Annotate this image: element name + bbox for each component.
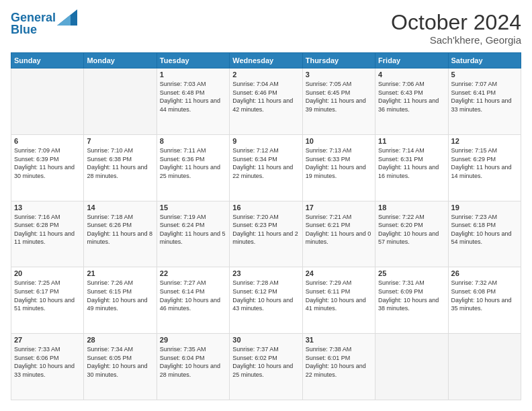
calendar-cell: 5Sunrise: 7:07 AM Sunset: 6:41 PM Daylig… xyxy=(448,68,521,135)
day-info: Sunrise: 7:37 AM Sunset: 6:02 PM Dayligh… xyxy=(232,345,299,379)
day-number: 8 xyxy=(160,137,226,145)
day-info: Sunrise: 7:18 AM Sunset: 6:26 PM Dayligh… xyxy=(87,213,153,246)
calendar-cell: 11Sunrise: 7:14 AM Sunset: 6:31 PM Dayli… xyxy=(375,134,448,201)
weekday-header: Wednesday xyxy=(230,53,302,68)
calendar-cell: 27Sunrise: 7:33 AM Sunset: 6:06 PM Dayli… xyxy=(11,334,84,400)
day-number: 10 xyxy=(306,137,372,145)
day-info: Sunrise: 7:06 AM Sunset: 6:43 PM Dayligh… xyxy=(378,80,445,113)
day-number: 26 xyxy=(451,269,518,277)
calendar-week-row: 20Sunrise: 7:25 AM Sunset: 6:17 PM Dayli… xyxy=(11,267,521,334)
day-number: 16 xyxy=(232,203,299,212)
calendar-cell: 10Sunrise: 7:13 AM Sunset: 6:33 PM Dayli… xyxy=(302,134,375,201)
day-number: 24 xyxy=(306,269,372,277)
calendar-cell: 25Sunrise: 7:31 AM Sunset: 6:09 PM Dayli… xyxy=(375,267,448,334)
calendar-cell: 1Sunrise: 7:03 AM Sunset: 6:48 PM Daylig… xyxy=(157,68,229,135)
calendar-cell xyxy=(84,68,157,135)
day-info: Sunrise: 7:07 AM Sunset: 6:41 PM Dayligh… xyxy=(451,80,518,113)
header: General Blue October 2024 Sach'khere, Ge… xyxy=(11,11,521,46)
calendar-cell: 22Sunrise: 7:27 AM Sunset: 6:14 PM Dayli… xyxy=(157,267,229,334)
calendar-cell: 20Sunrise: 7:25 AM Sunset: 6:17 PM Dayli… xyxy=(11,267,84,334)
day-info: Sunrise: 7:10 AM Sunset: 6:38 PM Dayligh… xyxy=(87,146,153,180)
day-info: Sunrise: 7:22 AM Sunset: 6:20 PM Dayligh… xyxy=(378,213,445,246)
calendar-cell: 14Sunrise: 7:18 AM Sunset: 6:26 PM Dayli… xyxy=(84,201,157,267)
day-number: 13 xyxy=(14,203,81,212)
calendar-cell: 9Sunrise: 7:12 AM Sunset: 6:34 PM Daylig… xyxy=(230,134,302,201)
calendar-cell: 29Sunrise: 7:35 AM Sunset: 6:04 PM Dayli… xyxy=(157,334,229,400)
day-info: Sunrise: 7:23 AM Sunset: 6:18 PM Dayligh… xyxy=(451,213,518,246)
logo: General Blue xyxy=(11,11,77,37)
day-info: Sunrise: 7:21 AM Sunset: 6:21 PM Dayligh… xyxy=(306,213,372,246)
calendar-cell: 28Sunrise: 7:34 AM Sunset: 6:05 PM Dayli… xyxy=(84,334,157,400)
logo-icon xyxy=(57,9,77,26)
calendar-cell: 4Sunrise: 7:06 AM Sunset: 6:43 PM Daylig… xyxy=(375,68,448,135)
svg-marker-1 xyxy=(57,15,71,26)
calendar-cell: 8Sunrise: 7:11 AM Sunset: 6:36 PM Daylig… xyxy=(157,134,229,201)
day-number: 17 xyxy=(306,203,372,212)
day-info: Sunrise: 7:28 AM Sunset: 6:12 PM Dayligh… xyxy=(232,279,299,312)
subtitle: Sach'khere, Georgia xyxy=(391,34,521,46)
calendar-cell: 31Sunrise: 7:38 AM Sunset: 6:01 PM Dayli… xyxy=(302,334,375,400)
weekday-header: Saturday xyxy=(448,53,521,68)
day-info: Sunrise: 7:11 AM Sunset: 6:36 PM Dayligh… xyxy=(160,146,226,180)
calendar-cell: 26Sunrise: 7:32 AM Sunset: 6:08 PM Dayli… xyxy=(448,267,521,334)
day-number: 1 xyxy=(160,71,226,79)
day-info: Sunrise: 7:31 AM Sunset: 6:09 PM Dayligh… xyxy=(378,279,445,312)
calendar-cell: 6Sunrise: 7:09 AM Sunset: 6:39 PM Daylig… xyxy=(11,134,84,201)
calendar-cell: 30Sunrise: 7:37 AM Sunset: 6:02 PM Dayli… xyxy=(230,334,302,400)
day-number: 18 xyxy=(378,203,445,212)
page: General Blue October 2024 Sach'khere, Ge… xyxy=(0,0,532,411)
day-number: 15 xyxy=(160,203,226,212)
day-number: 6 xyxy=(14,137,81,145)
calendar-cell: 13Sunrise: 7:16 AM Sunset: 6:28 PM Dayli… xyxy=(11,201,84,267)
calendar-cell: 3Sunrise: 7:05 AM Sunset: 6:45 PM Daylig… xyxy=(302,68,375,135)
day-number: 4 xyxy=(378,71,445,79)
weekday-header: Tuesday xyxy=(157,53,229,68)
day-info: Sunrise: 7:16 AM Sunset: 6:28 PM Dayligh… xyxy=(14,213,81,246)
calendar-cell: 2Sunrise: 7:04 AM Sunset: 6:46 PM Daylig… xyxy=(230,68,302,135)
day-info: Sunrise: 7:29 AM Sunset: 6:11 PM Dayligh… xyxy=(306,279,372,312)
day-info: Sunrise: 7:35 AM Sunset: 6:04 PM Dayligh… xyxy=(160,345,226,379)
calendar-cell: 7Sunrise: 7:10 AM Sunset: 6:38 PM Daylig… xyxy=(84,134,157,201)
calendar-cell xyxy=(375,334,448,400)
day-number: 23 xyxy=(232,269,299,277)
weekday-header: Friday xyxy=(375,53,448,68)
day-info: Sunrise: 7:09 AM Sunset: 6:39 PM Dayligh… xyxy=(14,146,81,180)
day-info: Sunrise: 7:03 AM Sunset: 6:48 PM Dayligh… xyxy=(160,80,226,113)
day-info: Sunrise: 7:33 AM Sunset: 6:06 PM Dayligh… xyxy=(14,345,81,379)
weekday-header-row: SundayMondayTuesdayWednesdayThursdayFrid… xyxy=(11,53,521,68)
day-number: 28 xyxy=(87,336,153,344)
day-number: 20 xyxy=(14,269,81,277)
calendar-cell: 18Sunrise: 7:22 AM Sunset: 6:20 PM Dayli… xyxy=(375,201,448,267)
calendar-week-row: 13Sunrise: 7:16 AM Sunset: 6:28 PM Dayli… xyxy=(11,201,521,267)
day-info: Sunrise: 7:13 AM Sunset: 6:33 PM Dayligh… xyxy=(306,146,372,180)
day-info: Sunrise: 7:34 AM Sunset: 6:05 PM Dayligh… xyxy=(87,345,153,379)
day-info: Sunrise: 7:19 AM Sunset: 6:24 PM Dayligh… xyxy=(160,213,226,246)
day-number: 9 xyxy=(232,137,299,145)
day-info: Sunrise: 7:15 AM Sunset: 6:29 PM Dayligh… xyxy=(451,146,518,180)
day-info: Sunrise: 7:05 AM Sunset: 6:45 PM Dayligh… xyxy=(306,80,372,113)
calendar-week-row: 1Sunrise: 7:03 AM Sunset: 6:48 PM Daylig… xyxy=(11,68,521,135)
calendar-cell: 15Sunrise: 7:19 AM Sunset: 6:24 PM Dayli… xyxy=(157,201,229,267)
day-number: 19 xyxy=(451,203,518,212)
calendar-cell: 23Sunrise: 7:28 AM Sunset: 6:12 PM Dayli… xyxy=(230,267,302,334)
calendar-cell: 24Sunrise: 7:29 AM Sunset: 6:11 PM Dayli… xyxy=(302,267,375,334)
calendar-cell: 12Sunrise: 7:15 AM Sunset: 6:29 PM Dayli… xyxy=(448,134,521,201)
day-info: Sunrise: 7:25 AM Sunset: 6:17 PM Dayligh… xyxy=(14,279,81,312)
day-number: 25 xyxy=(378,269,445,277)
title-block: October 2024 Sach'khere, Georgia xyxy=(391,11,521,46)
weekday-header: Monday xyxy=(84,53,157,68)
calendar-cell: 19Sunrise: 7:23 AM Sunset: 6:18 PM Dayli… xyxy=(448,201,521,267)
calendar-week-row: 6Sunrise: 7:09 AM Sunset: 6:39 PM Daylig… xyxy=(11,134,521,201)
day-info: Sunrise: 7:14 AM Sunset: 6:31 PM Dayligh… xyxy=(378,146,445,180)
day-info: Sunrise: 7:32 AM Sunset: 6:08 PM Dayligh… xyxy=(451,279,518,312)
calendar-cell xyxy=(11,68,84,135)
day-number: 3 xyxy=(306,71,372,79)
day-info: Sunrise: 7:20 AM Sunset: 6:23 PM Dayligh… xyxy=(232,213,299,246)
day-info: Sunrise: 7:27 AM Sunset: 6:14 PM Dayligh… xyxy=(160,279,226,312)
day-info: Sunrise: 7:38 AM Sunset: 6:01 PM Dayligh… xyxy=(306,345,372,379)
weekday-header: Sunday xyxy=(11,53,84,68)
day-number: 21 xyxy=(87,269,153,277)
day-info: Sunrise: 7:04 AM Sunset: 6:46 PM Dayligh… xyxy=(232,80,299,113)
day-number: 2 xyxy=(232,71,299,79)
day-info: Sunrise: 7:26 AM Sunset: 6:15 PM Dayligh… xyxy=(87,279,153,312)
